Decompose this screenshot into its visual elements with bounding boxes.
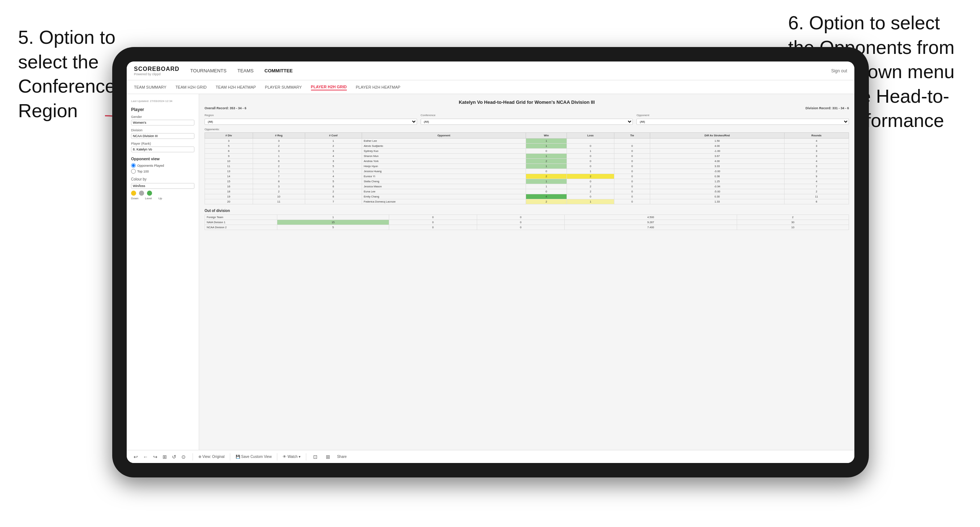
player-rank-select[interactable]: 8. Katelyn Vo: [131, 146, 194, 152]
td-loss: 0: [389, 215, 477, 220]
nav-teams[interactable]: TEAMS: [237, 67, 254, 75]
td-reg: 10: [253, 194, 305, 199]
td-conf: 7: [305, 199, 362, 204]
td-diff: 9.267: [565, 220, 737, 225]
th-loss: Loss: [567, 133, 614, 138]
report-title: Katelyn Vo Head-to-Head Grid for Women's…: [205, 100, 849, 105]
th-rounds: Rounds: [784, 133, 849, 138]
last-updated: Last Updated: 27/03/2024 12:34: [131, 100, 194, 103]
label-down: Down: [131, 197, 138, 200]
td-reg: 3: [253, 149, 305, 154]
region-filter-label: Region: [205, 114, 417, 117]
td-opponent: Euna Lee: [362, 189, 526, 194]
main-table: # Div # Reg # Conf Opponent Win Loss Tie…: [205, 132, 849, 204]
data-area: Katelyn Vo Head-to-Head Grid for Women's…: [199, 94, 854, 450]
filter-col-region: Region (All): [205, 114, 417, 125]
opponent-filter-select[interactable]: (All): [636, 119, 849, 125]
toolbar-history-group: ↩ ← ↪ ⊞ ↺ ⊙: [132, 453, 187, 460]
table-row: 16 3 6 Jessica Mason 1 2 0 -0.94 7: [205, 184, 849, 189]
td-win: 1: [526, 164, 567, 169]
toolbar-download[interactable]: ⊡: [312, 453, 319, 460]
toolbar-refresh[interactable]: ↺: [170, 453, 178, 460]
toolbar-save-custom[interactable]: 💾 Save Custom View: [235, 455, 272, 459]
td-tie: 0: [614, 164, 650, 169]
td-tie: 0: [614, 194, 650, 199]
dot-gray: [139, 190, 144, 196]
td-rounds: 2: [784, 189, 849, 194]
td-loss: 1: [567, 169, 614, 174]
td-opponent: Heejo Hyun: [362, 164, 526, 169]
td-div: 13: [205, 169, 253, 174]
td-diff: 1.33: [650, 199, 784, 204]
toolbar-share[interactable]: Share: [337, 455, 347, 459]
toolbar-grid[interactable]: ⊞: [161, 453, 168, 460]
sub-nav-player-h2h-grid[interactable]: PLAYER H2H GRID: [311, 84, 347, 90]
td-diff: 4.00: [650, 144, 784, 149]
td-reg: 2: [253, 164, 305, 169]
th-opponent: Opponent: [362, 133, 526, 138]
dot-green: [147, 190, 152, 196]
colour-by-label: Colour by: [131, 177, 194, 181]
td-diff: 0.30: [650, 194, 784, 199]
td-loss: 0: [567, 144, 614, 149]
colour-by-select[interactable]: Win/loss: [131, 183, 194, 189]
table-row: 15 8 5 Stella Cheng 1 0 0 1.25 4: [205, 179, 849, 184]
td-tie: 0: [614, 179, 650, 184]
td-tie: 0: [477, 225, 565, 230]
td-conf: 1: [305, 169, 362, 174]
sub-nav-player-h2h-heatmap[interactable]: PLAYER H2H HEATMAP: [356, 84, 400, 90]
td-reg: 1: [253, 154, 305, 159]
toolbar-divider-1: [192, 453, 193, 460]
nav-sign-out[interactable]: Sign out: [831, 68, 847, 73]
nav-committee[interactable]: COMMITTEE: [265, 67, 293, 75]
gender-select[interactable]: Women's: [131, 120, 194, 125]
td-loss: 2: [567, 184, 614, 189]
sub-nav-team-summary[interactable]: TEAM SUMMARY: [134, 84, 167, 90]
nav-items: TOURNAMENTS TEAMS COMMITTEE: [191, 67, 831, 75]
td-opponent: Sharon Mun: [362, 154, 526, 159]
td-loss: 1: [567, 149, 614, 154]
td-div: 10: [205, 159, 253, 164]
toolbar-divider-2: [230, 453, 230, 460]
toolbar-view-original[interactable]: ⊕ View: Original: [198, 455, 224, 459]
toolbar-back[interactable]: ←: [142, 453, 150, 460]
toolbar-share-grid[interactable]: ⊞: [325, 453, 332, 460]
th-reg: # Reg: [253, 133, 305, 138]
gender-label: Gender: [131, 115, 194, 119]
td-conf: 2: [305, 144, 362, 149]
sub-nav-player-summary[interactable]: PLAYER SUMMARY: [265, 84, 302, 90]
conference-filter-select[interactable]: (All): [421, 119, 633, 125]
td-conf: 5: [305, 164, 362, 169]
conference-filter-label: Conference: [421, 114, 633, 117]
td-opponent: Alexis Sudjianto: [362, 144, 526, 149]
toolbar-watch[interactable]: 👁 Watch ▾: [283, 455, 301, 459]
sub-nav-team-h2h-heatmap[interactable]: TEAM H2H HEATMAP: [216, 84, 256, 90]
radio-group: Opponents Played Top 100: [131, 163, 194, 174]
radio-opponents-played[interactable]: Opponents Played: [131, 163, 194, 168]
td-rounds: 6: [784, 199, 849, 204]
region-filter-select[interactable]: (All): [205, 119, 417, 125]
toolbar-redo[interactable]: ↪: [152, 453, 159, 460]
td-loss: 0: [567, 159, 614, 164]
td-win: 0: [526, 169, 567, 174]
toolbar-clock[interactable]: ⊙: [180, 453, 187, 460]
td-opponent: Eunice Yi: [362, 174, 526, 179]
th-conf: # Conf: [305, 133, 362, 138]
td-rounds: 30: [737, 220, 849, 225]
division-select[interactable]: NCAA Division III: [131, 133, 194, 139]
filter-col-opponent: Opponent (All): [636, 114, 849, 125]
td-rounds: 11: [784, 194, 849, 199]
table-row: 18 2 2 Euna Lee 0 2 0 -5.00 2: [205, 189, 849, 194]
radio-top100[interactable]: Top 100: [131, 169, 194, 174]
toolbar-undo[interactable]: ↩: [132, 453, 139, 460]
sub-nav-team-h2h-grid[interactable]: TEAM H2H GRID: [176, 84, 207, 90]
td-opponent: Stella Cheng: [362, 179, 526, 184]
td-reg: 2: [253, 144, 305, 149]
td-win: 0: [526, 149, 567, 154]
logo-area: SCOREBOARD Powered by clippd: [134, 66, 180, 76]
td-rounds: 3: [784, 164, 849, 169]
td-win: 0: [526, 189, 567, 194]
out-of-division-title: Out of division: [205, 209, 849, 213]
nav-tournaments[interactable]: TOURNAMENTS: [191, 67, 227, 75]
th-tie: Tie: [614, 133, 650, 138]
